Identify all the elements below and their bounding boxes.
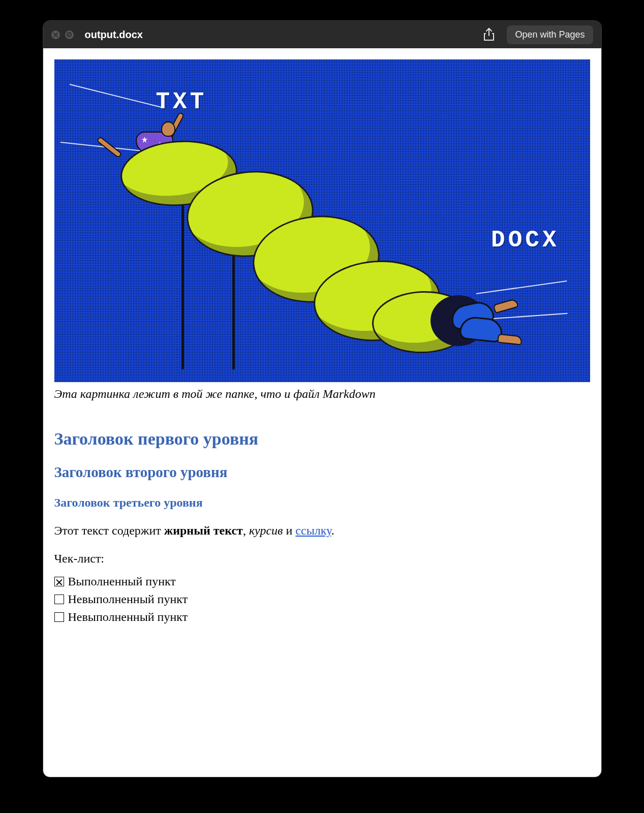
para-link[interactable]: ссылку [295,524,331,537]
checklist-title: Чек-лист: [54,552,590,566]
disabled-icon [67,32,72,37]
para-italic: курсив [249,524,283,537]
para-prefix: Этот текст содержит [54,524,164,537]
para-bold: жирный текст [164,524,243,537]
share-button[interactable] [480,26,498,43]
window-title: output.docx [85,29,143,41]
minimize-window-button[interactable] [65,30,74,39]
hero-illustration: TXT DOCX [54,59,590,382]
checklist-item: Выполненный пункт [54,573,590,590]
image-caption: Эта картинка лежит в той же папке, что и… [54,387,590,401]
close-window-button[interactable] [51,30,60,39]
checklist-item: Невыполненный пункт [54,590,590,608]
preview-window: output.docx Open with Pages TXT DOCX [43,20,602,777]
para-suffix: . [331,524,334,537]
checklist-item-label: Невыполненный пункт [68,592,188,606]
hero-label-txt: TXT [156,89,207,115]
window-controls [51,30,74,39]
checkbox-icon [54,577,64,586]
para-sep1: , [243,524,249,537]
checkbox-icon [54,595,64,604]
checklist-item-label: Выполненный пункт [68,575,176,588]
checkbox-icon [54,612,64,622]
checklist-item-label: Невыполненный пункт [68,610,188,623]
slide-illustration [115,151,502,354]
titlebar: output.docx Open with Pages [43,21,601,48]
checklist-item: Невыполненный пункт [54,608,590,626]
open-with-button[interactable]: Open with Pages [507,25,593,44]
para-sep2: и [283,524,296,537]
formatted-paragraph: Этот текст содержит жирный текст, курсив… [54,524,590,538]
heading-2: Заголовок второго уровня [54,464,590,481]
heading-1: Заголовок первого уровня [54,429,590,449]
close-icon [53,33,58,37]
document-content[interactable]: TXT DOCX [43,48,601,777]
heading-3: Заголовок третьего уровня [54,496,590,510]
share-icon [483,28,495,41]
checklist: Выполненный пункт Невыполненный пункт Не… [54,573,590,626]
